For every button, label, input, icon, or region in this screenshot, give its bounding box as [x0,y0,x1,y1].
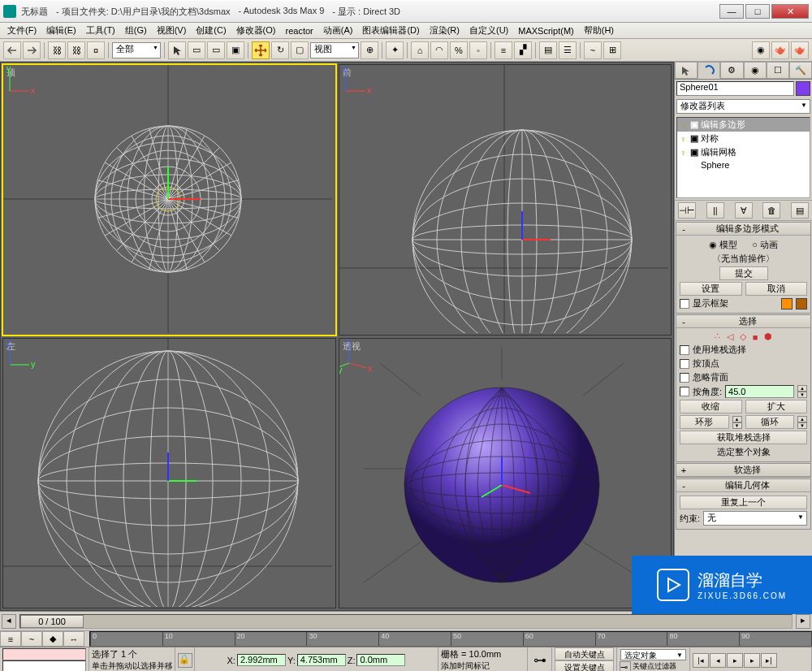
menu-maxscript[interactable]: MAXScript(M) [514,25,577,37]
pin-stack-button[interactable]: ⊣⊢ [678,202,696,219]
maximize-button[interactable]: □ [745,4,770,19]
material-editor-button[interactable]: ◉ [752,41,770,59]
manipulate-button[interactable]: ✦ [386,41,404,59]
undo-button[interactable] [3,41,21,59]
tab-display[interactable]: ☐ [767,62,789,79]
remove-modifier-button[interactable]: 🗑 [762,202,780,219]
track-range-button[interactable]: ↔ [63,631,84,647]
angle-spinner[interactable]: 45.0 [725,385,794,398]
subobj-element-icon[interactable]: ⬢ [764,331,772,342]
rotate-button[interactable]: ↻ [271,41,289,59]
viewport-top[interactable]: 顶 [2,64,336,336]
grow-button[interactable]: 扩大 [745,400,808,413]
curve-editor-button[interactable]: ~ [584,41,602,59]
modifier-list-dropdown[interactable]: 修改器列表 [676,99,810,114]
viewport-perspective[interactable]: 透视 [339,338,672,609]
repeat-last-button[interactable]: 重复上一个 [680,496,807,509]
rect-select-button[interactable]: ▭ [207,41,225,59]
goto-start-button[interactable]: |◂ [693,653,709,668]
time-slider[interactable]: 0 / 100 [19,614,793,629]
stack-item-sphere[interactable]: Sphere [677,159,810,171]
move-button[interactable] [252,41,270,59]
subobj-edge-icon[interactable]: ◁ [727,331,733,342]
add-time-tag-button[interactable]: 添加时间标记 [441,660,525,671]
lock-selection-button[interactable]: 🔒 [178,653,192,668]
y-coord-input[interactable]: 4.753mm [297,654,346,666]
menu-edit[interactable]: 编辑(E) [42,24,80,37]
time-slider-left[interactable]: ◂ [2,614,16,629]
menu-graph[interactable]: 图表编辑器(D) [358,24,423,37]
menu-group[interactable]: 组(G) [121,24,151,37]
next-frame-button[interactable]: ▸ [744,653,760,668]
track-key-button[interactable]: ◆ [42,631,63,647]
object-name-input[interactable]: Sphere01 [676,81,794,96]
schematic-view-button[interactable]: ⊞ [603,41,621,59]
menu-customize[interactable]: 自定义(U) [465,24,512,37]
close-button[interactable]: ✕ [771,4,809,19]
time-slider-right[interactable]: ▸ [796,614,810,629]
render-scene-button[interactable]: 🫖 [771,41,789,59]
menu-view[interactable]: 视图(V) [153,24,191,37]
settings-button[interactable]: 设置 [680,282,742,296]
track-filter-button[interactable]: ≡ [0,631,21,647]
menu-modifiers[interactable]: 修改器(O) [232,24,280,37]
redo-button[interactable] [23,41,41,59]
show-cage-checkbox[interactable] [680,299,689,309]
menu-animation[interactable]: 动画(A) [319,24,357,37]
object-color-swatch[interactable] [796,81,810,96]
tab-hierarchy[interactable]: ⚙ [720,62,743,79]
stack-item-editmesh[interactable]: ♀▣编辑网格 [677,145,810,159]
snap-toggle-button[interactable]: ⌂ [411,41,429,59]
maxscript-listener[interactable] [2,648,86,660]
autokey-button[interactable]: 自动关键点 [555,647,614,660]
bind-spacewarp-button[interactable]: ¤ [87,41,105,59]
stack-item-symmetry[interactable]: ♀▣对称 [677,132,810,145]
loop-button[interactable]: 循环 [745,415,795,429]
select-by-name-button[interactable]: ▭ [188,41,205,59]
track-ruler[interactable]: 0102030405060708090100 [89,631,812,647]
layers-button[interactable]: ☰ [559,41,577,59]
subobj-vertex-icon[interactable]: ∴ [715,331,720,342]
subobj-border-icon[interactable]: ◇ [740,331,746,342]
constrain-dropdown[interactable]: 无 [703,511,807,526]
ring-button[interactable]: 环形 [680,415,729,429]
key-target-dropdown[interactable]: 选定对象 [620,649,686,660]
select-object-button[interactable] [168,41,186,59]
tab-modify[interactable] [698,62,720,79]
selection-filter-dropdown[interactable]: 全部 [112,42,161,58]
key-mode-icon[interactable]: ⊶ [528,647,552,671]
maxscript-input[interactable] [2,660,86,672]
shrink-button[interactable]: 收缩 [680,400,742,413]
menu-render[interactable]: 渲染(R) [425,24,464,37]
angle-snap-button[interactable]: ◠ [430,41,448,59]
x-coord-input[interactable]: 2.992mm [237,654,286,666]
percent-snap-button[interactable]: % [450,41,468,59]
unlink-button[interactable]: ⛓ [67,41,85,59]
viewport-left[interactable]: 左 yz [2,338,336,609]
get-stack-sel-button[interactable]: 获取堆栈选择 [680,431,807,444]
show-end-result-button[interactable]: || [706,202,724,219]
menu-reactor[interactable]: reactor [282,25,317,37]
tab-utilities[interactable]: 🔨 [789,62,812,79]
modifier-stack[interactable]: ♀▣编辑多边形 ♀▣对称 ♀▣编辑网格 Sphere [676,117,810,198]
minimize-button[interactable]: — [719,4,744,19]
z-coord-input[interactable]: 0.0mm [356,654,405,666]
pivot-center-button[interactable]: ⊕ [361,41,378,59]
menu-help[interactable]: 帮助(H) [580,24,618,37]
scale-button[interactable]: ▢ [291,41,309,59]
menu-tools[interactable]: 工具(T) [82,24,119,37]
goto-end-button[interactable]: ▸| [761,653,777,668]
tab-create[interactable] [675,62,698,79]
set-key-button[interactable]: ⊸ [620,661,631,672]
menu-file[interactable]: 文件(F) [3,24,41,37]
stack-item-editpoly[interactable]: ♀▣编辑多边形 [677,118,810,132]
viewport-front[interactable]: 前 xz [339,64,672,336]
setkey-button[interactable]: 设置关键点 [555,660,614,672]
track-curve-button[interactable]: ~ [21,631,42,647]
subobj-poly-icon[interactable]: ■ [753,332,758,342]
tab-motion[interactable]: ◉ [744,62,767,79]
cancel-button[interactable]: 取消 [745,282,808,296]
spinner-snap-button[interactable]: ◦ [469,41,487,59]
quick-render-button[interactable]: 🫖 [791,41,809,59]
align-button[interactable]: ▤ [539,41,557,59]
